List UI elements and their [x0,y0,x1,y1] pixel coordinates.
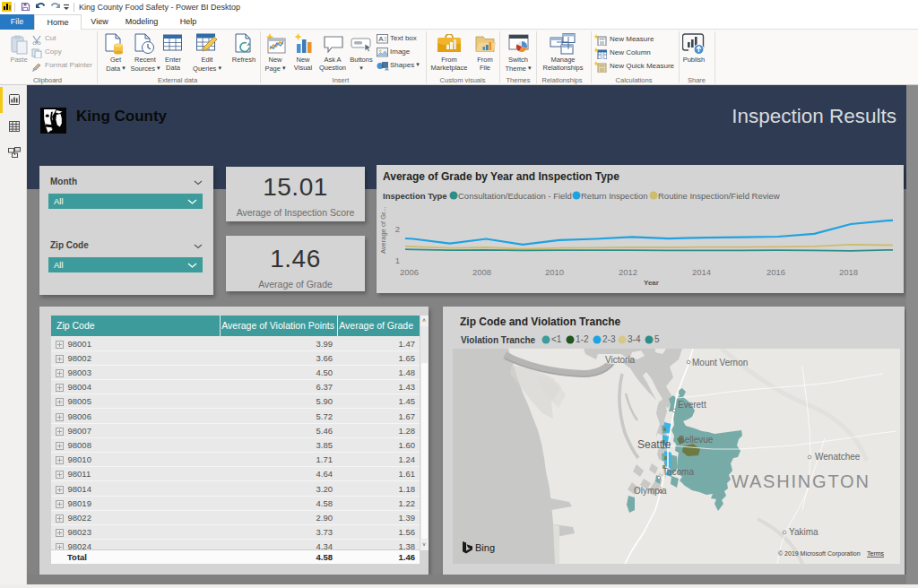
svg-text:Bing: Bing [475,542,495,553]
svg-text:Mount Vernon: Mount Vernon [692,358,748,368]
svg-text:A: A [378,35,384,43]
svg-text:Seattle: Seattle [637,438,671,451]
svg-text:Everett: Everett [678,400,706,410]
svg-text:© 2019 Microsoft Corporation: © 2019 Microsoft Corporation [778,550,861,558]
svg-text:Wenatchee: Wenatchee [815,452,861,462]
svg-text:Terms: Terms [867,550,885,557]
svg-text:Bellevue: Bellevue [679,435,714,445]
svg-text:Tacoma: Tacoma [663,467,694,477]
svg-text:Victoria: Victoria [605,355,636,365]
svg-text:Olympia: Olympia [634,486,667,496]
svg-text:Yakima: Yakima [789,527,818,537]
svg-text:WASHINGTON: WASHINGTON [732,471,870,491]
